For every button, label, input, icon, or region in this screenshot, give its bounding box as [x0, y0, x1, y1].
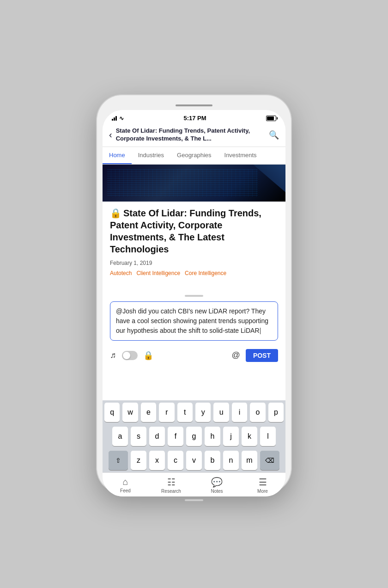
tag-autotech[interactable]: Autotech [110, 270, 132, 276]
lock-toolbar-icon[interactable]: 🔒 [143, 350, 153, 361]
feed-icon: ⌂ [122, 477, 128, 487]
phone-device: ∿ 5:17 PM ‹ State Of Lidar: Funding Tren… [97, 95, 291, 493]
text-cursor [260, 328, 261, 334]
tab-home[interactable]: Home [103, 147, 132, 164]
more-icon: ☰ [259, 477, 267, 488]
nav-notes[interactable]: 💬 Notes [194, 477, 240, 494]
key-a[interactable]: a [112, 427, 128, 446]
key-l[interactable]: l [260, 427, 276, 446]
nav-research-label: Research [161, 489, 181, 494]
key-j[interactable]: j [223, 427, 239, 446]
key-h[interactable]: h [205, 427, 220, 446]
tag-row: Autotech Client Intelligence Core Intell… [110, 270, 278, 276]
back-button[interactable]: ‹ [109, 129, 112, 140]
nav-feed[interactable]: ⌂ Feed [103, 477, 148, 494]
home-bar [185, 499, 203, 501]
drag-handle[interactable] [103, 288, 285, 301]
tab-geographies[interactable]: Geographies [170, 147, 218, 164]
status-right [266, 116, 276, 121]
nav-more[interactable]: ☰ More [240, 477, 285, 494]
wifi-icon: ∿ [119, 115, 124, 122]
keyboard-row-1: q w e r t y u i o p [103, 400, 285, 424]
status-time: 5:17 PM [124, 115, 266, 122]
key-i[interactable]: i [232, 403, 247, 422]
key-c[interactable]: c [168, 451, 183, 470]
keyboard-row-2: a s d f g h j k l [103, 424, 285, 448]
signal-icon [112, 116, 117, 121]
key-b[interactable]: b [205, 451, 220, 470]
key-w[interactable]: w [122, 403, 138, 422]
key-x[interactable]: x [149, 451, 165, 470]
home-indicator[interactable] [103, 496, 285, 504]
header-title: State Of Lidar: Funding Trends, Patent A… [116, 127, 265, 143]
article-body: 🔒State Of Lidar: Funding Trends, Patent … [103, 202, 285, 288]
phone-screen: ∿ 5:17 PM ‹ State Of Lidar: Funding Tren… [103, 110, 285, 496]
comment-input-box[interactable]: @Josh did you catch CBI's new LiDAR repo… [110, 301, 278, 341]
tab-industries[interactable]: Industries [132, 147, 170, 164]
battery-icon [266, 116, 276, 121]
key-y[interactable]: y [195, 403, 211, 422]
key-q[interactable]: q [104, 403, 120, 422]
tag-core-intelligence[interactable]: Core Intelligence [185, 270, 226, 276]
bottom-nav: ⌂ Feed ☷ Research 💬 Notes ☰ More [103, 472, 285, 496]
phone-notch [103, 101, 285, 110]
tab-bar: Home Industries Geographies Investments [103, 147, 285, 165]
key-p[interactable]: p [268, 403, 284, 422]
at-mention-button[interactable]: @ [232, 350, 240, 360]
content-area: 🔒State Of Lidar: Funding Trends, Patent … [103, 165, 285, 400]
key-v[interactable]: v [186, 451, 202, 470]
app-header: ‹ State Of Lidar: Funding Trends, Patent… [103, 123, 285, 147]
key-u[interactable]: u [213, 403, 229, 422]
notch-bar [176, 104, 212, 106]
key-m[interactable]: m [242, 451, 257, 470]
nav-more-label: More [257, 489, 268, 494]
key-d[interactable]: d [149, 427, 165, 446]
key-k[interactable]: k [242, 427, 257, 446]
handle-bar [185, 295, 203, 297]
key-f[interactable]: f [168, 427, 183, 446]
lock-icon: 🔒 [110, 207, 121, 219]
share-icon[interactable]: ♬ [110, 350, 116, 360]
notes-icon: 💬 [211, 477, 223, 488]
comment-toolbar: ♬ 🔒 @ POST [103, 345, 285, 366]
battery-fill [267, 116, 274, 120]
key-r[interactable]: r [159, 403, 174, 422]
post-button[interactable]: POST [246, 349, 278, 362]
keyboard-row-3: ⇧ z x c v b n m ⌫ [103, 448, 285, 472]
key-backspace[interactable]: ⌫ [260, 451, 279, 470]
key-s[interactable]: s [131, 427, 146, 446]
key-z[interactable]: z [131, 451, 146, 470]
hero-image [103, 165, 285, 202]
key-g[interactable]: g [186, 427, 202, 446]
key-e[interactable]: e [141, 403, 156, 422]
toggle-switch[interactable] [122, 351, 138, 360]
tag-client-intelligence[interactable]: Client Intelligence [136, 270, 180, 276]
comment-text: @Josh did you catch CBI's new LiDAR repo… [116, 307, 268, 334]
nav-notes-label: Notes [211, 489, 223, 494]
key-t[interactable]: t [177, 403, 193, 422]
search-icon[interactable]: 🔍 [269, 130, 279, 140]
tab-investments[interactable]: Investments [218, 147, 263, 164]
research-icon: ☷ [167, 477, 176, 488]
nav-feed-label: Feed [120, 488, 131, 493]
article-title: 🔒State Of Lidar: Funding Trends, Patent … [110, 207, 278, 255]
article-date: February 1, 2019 [110, 260, 278, 266]
nav-research[interactable]: ☷ Research [148, 477, 194, 494]
key-n[interactable]: n [223, 451, 239, 470]
status-left: ∿ [112, 115, 124, 122]
key-shift[interactable]: ⇧ [109, 451, 128, 470]
key-o[interactable]: o [250, 403, 265, 422]
hero-corner [253, 165, 285, 192]
keyboard: q w e r t y u i o p a s d f g h j k [103, 400, 285, 472]
status-bar: ∿ 5:17 PM [103, 110, 285, 123]
